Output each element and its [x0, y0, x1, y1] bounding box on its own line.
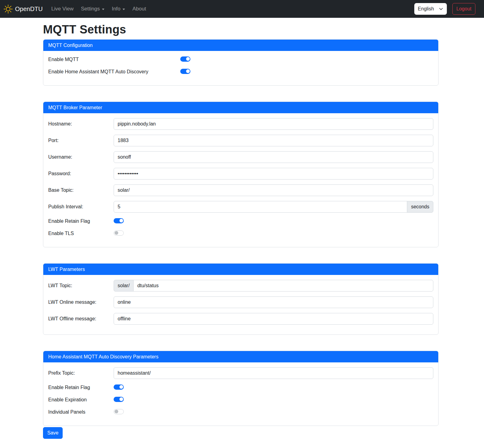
nav-settings-label: Settings [81, 6, 100, 12]
form-row: Enable Retain Flag [48, 384, 433, 391]
individual-panels-label: Individual Panels [48, 409, 114, 415]
brand[interactable]: OpenDTU [4, 5, 43, 14]
card-lwt-parameters: LWT Parameters LWT Topic: solar/ LWT Onl… [43, 263, 439, 335]
password-input[interactable] [114, 168, 433, 180]
nav-settings[interactable]: Settings [78, 3, 107, 14]
form-row: Enable Home Assistant MQTT Auto Discover… [48, 68, 433, 75]
save-button[interactable]: Save [43, 427, 63, 439]
username-input[interactable] [114, 151, 433, 163]
nav-info-label: Info [112, 6, 120, 12]
hostname-label: Hostname: [48, 121, 114, 127]
form-row: Enable Expiration [48, 396, 433, 404]
base-topic-label: Base Topic: [48, 187, 114, 193]
card-lwt-parameters-body: LWT Topic: solar/ LWT Online message: LW… [43, 275, 438, 334]
card-ha-discovery-body: Prefix Topic: Enable Retain Flag Enable … [43, 362, 438, 426]
sun-icon [4, 5, 13, 14]
nav-live-view[interactable]: Live View [49, 3, 76, 14]
enable-mqtt-label: Enable MQTT [48, 57, 180, 62]
form-row: Base Topic: [48, 184, 433, 196]
password-label: Password: [48, 171, 114, 176]
form-row: Port: [48, 135, 433, 146]
publish-interval-label: Publish Interval: [48, 204, 114, 210]
form-row: Prefix Topic: [48, 367, 433, 379]
card-mqtt-configuration-header: MQTT Configuration [43, 40, 438, 51]
caret-down-icon [123, 9, 125, 10]
main-content: MQTT Settings MQTT Configuration Enable … [43, 23, 439, 447]
form-row: LWT Online message: [48, 296, 433, 308]
lwt-offline-input[interactable] [114, 313, 433, 325]
logout-button[interactable]: Logout [452, 3, 475, 15]
page-title: MQTT Settings [43, 23, 439, 36]
prefix-topic-input[interactable] [114, 367, 433, 379]
card-ha-discovery-header: Home Assistant MQTT Auto Discovery Param… [43, 351, 438, 362]
navbar-right: English Logout [414, 3, 475, 15]
port-input[interactable] [114, 135, 433, 146]
form-row: Enable Retain Flag [48, 218, 433, 225]
enable-expiration-label: Enable Expiration [48, 397, 114, 403]
card-mqtt-broker: MQTT Broker Parameter Hostname: Port: Us… [43, 102, 439, 247]
lwt-online-input[interactable] [114, 296, 433, 308]
publish-interval-unit: seconds [407, 201, 433, 213]
nav-info[interactable]: Info [109, 3, 127, 14]
lwt-topic-label: LWT Topic: [48, 283, 114, 288]
nav-about[interactable]: About [130, 3, 148, 14]
form-row: Publish Interval: seconds [48, 201, 433, 213]
enable-mqtt-toggle[interactable] [180, 56, 190, 62]
form-row: Enable TLS [48, 230, 433, 237]
lwt-topic-input[interactable] [133, 280, 433, 292]
username-label: Username: [48, 154, 114, 160]
ha-retain-flag-toggle[interactable] [114, 384, 124, 390]
enable-tls-toggle[interactable] [114, 230, 124, 236]
enable-expiration-toggle[interactable] [114, 397, 124, 402]
hostname-input[interactable] [114, 118, 433, 130]
form-row: Enable MQTT [48, 56, 433, 63]
navbar-left: OpenDTU Live View Settings Info About [4, 3, 150, 14]
base-topic-input[interactable] [114, 184, 433, 196]
retain-flag-label: Enable Retain Flag [48, 218, 114, 224]
form-row: Password: [48, 168, 433, 180]
card-mqtt-broker-header: MQTT Broker Parameter [43, 102, 438, 113]
language-select-value: English [418, 6, 434, 12]
card-ha-discovery: Home Assistant MQTT Auto Discovery Param… [43, 351, 439, 426]
nav-live-view-label: Live View [51, 6, 73, 12]
form-row: Hostname: [48, 118, 433, 130]
caret-down-icon [102, 9, 104, 10]
publish-interval-input[interactable] [114, 201, 407, 213]
chevron-down-icon [439, 7, 443, 11]
card-mqtt-configuration-body: Enable MQTT Enable Home Assistant MQTT A… [43, 51, 438, 85]
port-label: Port: [48, 138, 114, 143]
lwt-offline-label: LWT Offline message: [48, 316, 114, 322]
card-mqtt-configuration: MQTT Configuration Enable MQTT Enable Ho… [43, 39, 439, 86]
lwt-online-label: LWT Online message: [48, 299, 114, 305]
individual-panels-toggle[interactable] [114, 409, 124, 414]
retain-flag-toggle[interactable] [114, 218, 124, 223]
enable-ha-discovery-label: Enable Home Assistant MQTT Auto Discover… [48, 69, 180, 75]
form-row: LWT Topic: solar/ [48, 280, 433, 292]
nav-about-label: About [132, 6, 146, 12]
enable-tls-label: Enable TLS [48, 231, 114, 236]
card-lwt-parameters-header: LWT Parameters [43, 264, 438, 275]
form-row: Individual Panels [48, 408, 433, 416]
navbar: OpenDTU Live View Settings Info About En… [0, 0, 484, 18]
form-row: Username: [48, 151, 433, 163]
prefix-topic-label: Prefix Topic: [48, 370, 114, 376]
lwt-topic-prefix: solar/ [114, 280, 134, 292]
enable-ha-discovery-toggle[interactable] [180, 69, 190, 74]
card-mqtt-broker-body: Hostname: Port: Username: Password: Base… [43, 113, 438, 247]
form-row: LWT Offline message: [48, 313, 433, 325]
language-select[interactable]: English [414, 3, 447, 15]
ha-retain-flag-label: Enable Retain Flag [48, 385, 114, 390]
brand-label: OpenDTU [15, 6, 43, 13]
